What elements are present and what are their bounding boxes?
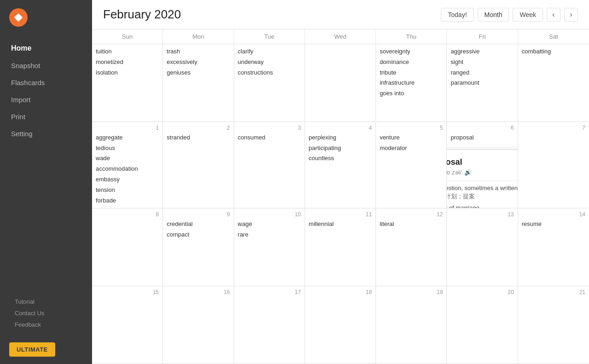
cell-word-item[interactable]: millennial bbox=[309, 220, 372, 229]
cell-words-list: consumed bbox=[238, 133, 301, 143]
cell-words-list: millennial bbox=[309, 220, 372, 229]
cell-date-number: 20 bbox=[450, 289, 514, 295]
cell-word-item[interactable]: proposal bbox=[450, 133, 514, 143]
cell-word-item[interactable]: perplexing bbox=[309, 133, 372, 143]
cell-words-list: resume bbox=[522, 220, 585, 229]
sidebar-item-setting[interactable]: Setting bbox=[0, 125, 92, 142]
ultimate-button[interactable]: ULTIMATE bbox=[9, 342, 55, 357]
cell-word-item[interactable]: excessively bbox=[167, 58, 230, 67]
cell-word-item[interactable]: moderator bbox=[380, 144, 443, 153]
cell-word-item[interactable]: underway bbox=[238, 58, 301, 67]
cell-date-number: 9 bbox=[167, 211, 230, 218]
cell-word-item[interactable]: sight bbox=[450, 58, 514, 67]
calendar-cell-w2-d2: 10wagerare bbox=[234, 208, 305, 286]
cell-word-item[interactable]: isolation bbox=[96, 68, 159, 78]
cell-words-list: credentialcompact bbox=[167, 220, 230, 240]
calendar-cell-w3-d5: 20 bbox=[447, 286, 518, 364]
cell-word-item[interactable]: infrastructure bbox=[380, 78, 443, 88]
cell-word-item[interactable]: accommodation bbox=[96, 164, 159, 174]
word-tooltip: proposal /prə pəʊ.zəl/ 🔊 a suggestion, s… bbox=[447, 150, 518, 208]
cell-words-list: sovereigntydominancetributeinfrastructur… bbox=[380, 47, 443, 98]
cell-word-item[interactable]: aggregate bbox=[96, 133, 159, 143]
cell-word-item[interactable]: countless bbox=[309, 154, 372, 163]
cell-date-number: 7 bbox=[522, 125, 585, 131]
cell-date-number: 10 bbox=[238, 211, 301, 218]
cell-words-list: clarifyunderwayconstructions bbox=[238, 47, 301, 77]
cell-word-item[interactable]: sovereignty bbox=[380, 47, 443, 57]
cell-word-item[interactable]: participating bbox=[309, 144, 372, 153]
cell-words-list: proposal bbox=[450, 133, 514, 143]
cell-word-item[interactable]: compact bbox=[167, 230, 230, 240]
cell-word-item[interactable]: literal bbox=[380, 220, 443, 229]
calendar-week-2: 89credentialcompact10wagerare11millennia… bbox=[92, 208, 589, 286]
day-header-mon: Mon bbox=[163, 29, 234, 44]
cell-word-item[interactable]: wade bbox=[96, 154, 159, 163]
cell-word-item[interactable]: monetized bbox=[96, 58, 159, 67]
calendar-cell-w0-d3 bbox=[305, 44, 376, 121]
day-header-tue: Tue bbox=[234, 29, 305, 44]
cell-word-item[interactable]: wage bbox=[238, 220, 301, 229]
cell-word-item[interactable]: tuition bbox=[96, 47, 159, 57]
cell-date-number: 12 bbox=[380, 211, 443, 218]
cell-word-item[interactable]: ranged bbox=[450, 68, 514, 78]
month-button[interactable]: Month bbox=[478, 8, 509, 22]
sidebar-item-flashcards[interactable]: Flashcards bbox=[0, 74, 92, 91]
cell-word-item[interactable]: constructions bbox=[238, 68, 301, 78]
calendar-cell-w3-d1: 16 bbox=[163, 286, 234, 364]
calendar-cell-w2-d6: 14resume bbox=[518, 208, 589, 286]
cell-word-item[interactable]: trash bbox=[167, 47, 230, 57]
calendar-cell-w0-d5: aggressivesightrangedparamount bbox=[447, 44, 518, 121]
cell-word-item[interactable]: forbade bbox=[96, 196, 159, 206]
cell-date-number: 5 bbox=[380, 125, 443, 131]
calendar-cell-w2-d1: 9credentialcompact bbox=[163, 208, 234, 286]
cell-word-item[interactable]: resume bbox=[522, 220, 585, 229]
cell-word-item[interactable]: combatting bbox=[522, 47, 585, 57]
cell-word-item[interactable]: goes into bbox=[380, 89, 443, 98]
next-button[interactable]: › bbox=[564, 8, 578, 22]
phonetic-text: /prə pəʊ.zəl/ bbox=[447, 169, 462, 176]
sidebar-item-tutorial[interactable]: Tutorial bbox=[0, 296, 92, 307]
cell-word-item[interactable]: tedious bbox=[96, 144, 159, 153]
cell-date-number: 11 bbox=[309, 211, 372, 218]
cell-date-number: 17 bbox=[238, 289, 301, 295]
app-logo[interactable] bbox=[9, 8, 28, 27]
cell-word-item[interactable]: consumed bbox=[238, 133, 301, 143]
cell-date-number: 16 bbox=[167, 289, 230, 295]
cell-word-item[interactable]: tribute bbox=[380, 68, 443, 78]
calendar-cell-w1-d5: 6proposal proposal /prə pəʊ.zəl/ 🔊 a sug… bbox=[447, 122, 518, 208]
cell-word-item[interactable]: embassy bbox=[96, 175, 159, 185]
cell-words-list: combatting bbox=[522, 47, 585, 57]
sidebar-item-home[interactable]: Home bbox=[0, 40, 92, 57]
prev-button[interactable]: ‹ bbox=[547, 8, 560, 22]
sidebar-item-import[interactable]: Import bbox=[0, 91, 92, 108]
calendar-grid: tuitionmonetizedisolationtrashexcessivel… bbox=[92, 44, 589, 364]
cell-word-item[interactable]: rare bbox=[238, 230, 301, 240]
calendar-cell-w3-d2: 17 bbox=[234, 286, 305, 364]
sidebar-item-print[interactable]: Print bbox=[0, 108, 92, 125]
speaker-icon[interactable]: 🔊 bbox=[464, 169, 472, 176]
calendar-cell-w1-d6: 7 bbox=[518, 122, 589, 208]
calendar-cell-w2-d4: 12literal bbox=[376, 208, 447, 286]
cell-words-list: tuitionmonetizedisolation bbox=[96, 47, 159, 77]
cell-word-item[interactable]: tension bbox=[96, 185, 159, 195]
cell-word-item[interactable]: clarify bbox=[238, 47, 301, 57]
sidebar-item-feedback[interactable]: Feedback bbox=[0, 319, 92, 330]
cell-word-item[interactable]: venture bbox=[380, 133, 443, 143]
cell-date-number: 2 bbox=[167, 125, 230, 131]
cell-word-item[interactable]: dominance bbox=[380, 58, 443, 67]
day-header-fri: Fri bbox=[447, 29, 518, 44]
cell-word-item[interactable]: stranded bbox=[167, 133, 230, 143]
cell-word-item[interactable]: paramount bbox=[450, 78, 514, 88]
calendar-cell-w2-d3: 11millennial bbox=[305, 208, 376, 286]
today-button[interactable]: Today! bbox=[441, 8, 474, 22]
calendar-cell-w2-d5: 13 bbox=[447, 208, 518, 286]
sidebar-item-snapshot[interactable]: Snapshot bbox=[0, 57, 92, 74]
cell-word-item[interactable]: aggressive bbox=[450, 47, 514, 57]
logo-diamond-icon bbox=[13, 12, 23, 23]
cell-word-item[interactable]: geniuses bbox=[167, 68, 230, 78]
week-button[interactable]: Week bbox=[513, 8, 543, 22]
cell-word-item[interactable]: credential bbox=[167, 220, 230, 229]
calendar-cell-w3-d0: 15 bbox=[92, 286, 163, 364]
calendar-cell-w3-d6: 21 bbox=[518, 286, 589, 364]
sidebar-item-contact[interactable]: Contact Us bbox=[0, 307, 92, 319]
